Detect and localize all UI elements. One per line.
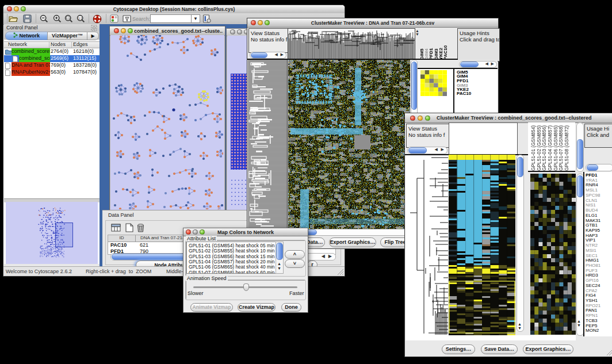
svg-text:1:1: 1:1 [78, 17, 82, 20]
